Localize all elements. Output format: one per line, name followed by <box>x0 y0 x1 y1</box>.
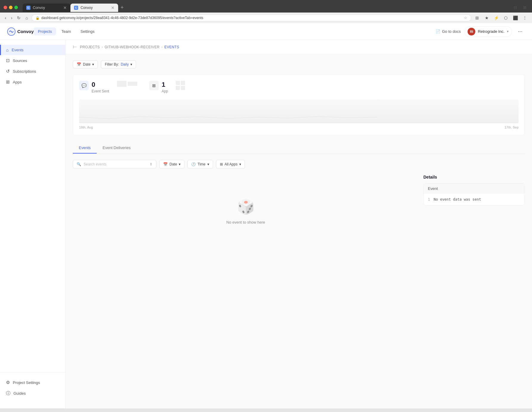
browser-chrome: C Convoy ✕ C Convoy ✕ + ⊟ ⊞ ‹ › ↻ ⌂ 🔒 da… <box>0 0 532 23</box>
browser-tab-2[interactable]: C Convoy ✕ <box>70 4 118 12</box>
extension-icon-5[interactable]: ⬛ <box>512 14 519 21</box>
breadcrumb-sep-2: › <box>161 45 163 49</box>
tab-event-deliveries[interactable]: Event Deliveries <box>97 143 137 154</box>
sidebar-item-project-settings[interactable]: ⚙ Project Settings <box>0 377 65 388</box>
stats-row: 💬 0 Event Sent <box>79 81 519 93</box>
app-stat-details: 1 App <box>162 81 168 93</box>
date-filter-chevron: ▾ <box>92 62 94 66</box>
filter-by-button[interactable]: Filter By: Daily ▾ <box>101 60 136 69</box>
close-traffic-light[interactable] <box>4 6 7 9</box>
search-input[interactable]: 🔍 Search events ⬆ <box>73 160 156 169</box>
breadcrumb-projects[interactable]: PROJECTS <box>80 45 100 49</box>
app-window: Convoy Projects Team Settings 📄 Go to do… <box>0 23 532 408</box>
user-menu[interactable]: RI Retrograde Inc. ▾ <box>464 26 512 37</box>
fullscreen-traffic-light[interactable] <box>14 6 18 9</box>
window-minimize-button[interactable]: ⊟ <box>512 4 519 11</box>
address-bar[interactable]: 🔒 dashboard.getconvoy.io/projects/28ea83… <box>32 14 471 21</box>
events-time-chevron: ▾ <box>207 162 209 166</box>
filter-by-value: Daily <box>121 62 129 66</box>
home-icon: ⌂ <box>6 47 9 52</box>
all-apps-label: All Apps <box>225 162 238 166</box>
bookmark-icon[interactable]: ☆ <box>464 16 467 20</box>
events-time-filter[interactable]: 🕐 Time ▾ <box>187 160 213 169</box>
window-maximize-button[interactable]: ⊞ <box>521 4 528 11</box>
go-to-docs-label: Go to docs <box>442 29 461 34</box>
sidebar-item-subscriptions[interactable]: ↺ Subscriptions <box>0 66 65 77</box>
chevron-down-icon: ▾ <box>507 30 509 33</box>
extension-icon-4[interactable]: ⬡ <box>502 14 509 21</box>
tab-label-1: Convoy <box>33 6 45 10</box>
doc-icon: 📄 <box>436 29 440 34</box>
event-sent-details: 0 Event Sent <box>92 81 109 93</box>
all-apps-filter[interactable]: ⊞ All Apps ▾ <box>216 160 245 169</box>
new-tab-button[interactable]: + <box>118 3 126 12</box>
extension-icon-2[interactable]: ★ <box>483 14 490 21</box>
details-title: Details <box>423 175 525 179</box>
tab-close-1[interactable]: ✕ <box>63 5 67 10</box>
more-options-button[interactable]: ··· <box>516 27 525 36</box>
app-stat-grid <box>176 81 185 90</box>
empty-state-icon: 🎲 <box>237 199 255 215</box>
filter-by-chevron: ▾ <box>130 62 132 66</box>
bar-placeholder-1 <box>117 81 127 87</box>
nav-link-team[interactable]: Team <box>57 27 75 35</box>
minimize-traffic-light[interactable] <box>9 6 13 9</box>
main-layout: ⌂ Events ⊡ Sources ↺ Subscriptions ⊞ App… <box>0 40 532 408</box>
browser-menu-button[interactable]: ⋮ <box>521 14 528 21</box>
sidebar-item-apps[interactable]: ⊞ Apps <box>0 77 65 87</box>
app-stat: ⊞ 1 App <box>149 81 185 93</box>
sidebar-item-events[interactable]: ⌂ Events <box>0 45 65 55</box>
sidebar-item-events-label: Events <box>12 48 24 52</box>
sidebar-item-guides[interactable]: ⓘ Guides <box>0 388 65 399</box>
sidebar-item-sources[interactable]: ⊡ Sources <box>0 55 65 66</box>
sidebar-item-guides-label: Guides <box>13 391 26 396</box>
breadcrumb-repo[interactable]: GITHUB-WEBHOOK-RECEIVER <box>104 45 159 49</box>
date-filter-label: Date <box>83 62 90 66</box>
code-line-number: 1 <box>428 197 430 202</box>
tab-label-2: Convoy <box>81 6 93 10</box>
browser-tab-1[interactable]: C Convoy ✕ <box>23 4 70 12</box>
address-text: dashboard.getconvoy.io/projects/28ea8341… <box>41 16 203 20</box>
sources-icon: ⊡ <box>6 58 10 63</box>
event-sent-bars <box>117 81 137 87</box>
app-stat-label: App <box>162 89 168 93</box>
reload-button[interactable]: ↻ <box>16 14 22 21</box>
event-sent-stat: 💬 0 Event Sent <box>79 81 137 93</box>
events-date-filter[interactable]: 📅 Date ▾ <box>159 160 184 169</box>
breadcrumb-sep-1: › <box>101 45 103 49</box>
breadcrumb: ⊢ PROJECTS › GITHUB-WEBHOOK-RECEIVER › E… <box>66 40 532 54</box>
subscriptions-icon: ↺ <box>6 69 10 74</box>
forward-button[interactable]: › <box>10 14 14 21</box>
logo-text: Convoy <box>17 29 34 34</box>
extension-icon-3[interactable]: ⚡ <box>493 14 500 21</box>
back-button[interactable]: ‹ <box>4 14 7 21</box>
chart-date-end: 17th, Sep <box>505 126 519 129</box>
user-name: Retrograde Inc. <box>478 29 505 34</box>
tab-events[interactable]: Events <box>73 143 97 154</box>
date-filter-button[interactable]: 📅 Date ▾ <box>73 60 98 69</box>
grid-placeholder-4 <box>181 86 185 90</box>
stats-section: 💬 0 Event Sent <box>73 75 525 135</box>
chart-svg <box>79 99 519 123</box>
tab-close-2[interactable]: ✕ <box>111 5 115 10</box>
top-nav-right: 📄 Go to docs RI Retrograde Inc. ▾ ··· <box>436 26 525 37</box>
chart-date-start: 18th, Aug <box>79 126 93 129</box>
breadcrumb-events[interactable]: EVENTS <box>164 45 179 49</box>
extension-icon-1[interactable]: ⊞ <box>474 14 481 21</box>
sidebar-item-subscriptions-label: Subscriptions <box>13 69 36 74</box>
sidebar-item-apps-label: Apps <box>13 80 22 84</box>
grid-placeholder-3 <box>176 86 180 90</box>
calendar-small-icon: 📅 <box>163 162 168 166</box>
browser-nav-bar: ‹ › ↻ ⌂ 🔒 dashboard.getconvoy.io/project… <box>0 13 532 23</box>
search-placeholder: Search events <box>84 162 107 166</box>
empty-state-text: No event to show here <box>226 220 265 224</box>
breadcrumb-collapse-icon[interactable]: ⊢ <box>73 44 77 50</box>
convoy-logo-icon <box>7 27 16 36</box>
nav-link-settings[interactable]: Settings <box>76 27 99 35</box>
calendar-icon: 📅 <box>77 62 81 66</box>
nav-link-projects[interactable]: Projects <box>34 27 56 35</box>
go-to-docs-link[interactable]: 📄 Go to docs <box>436 29 461 34</box>
home-button[interactable]: ⌂ <box>24 14 29 21</box>
code-content: No event data was sent <box>434 197 481 202</box>
sidebar-nav: ⌂ Events ⊡ Sources ↺ Subscriptions ⊞ App… <box>0 45 65 372</box>
